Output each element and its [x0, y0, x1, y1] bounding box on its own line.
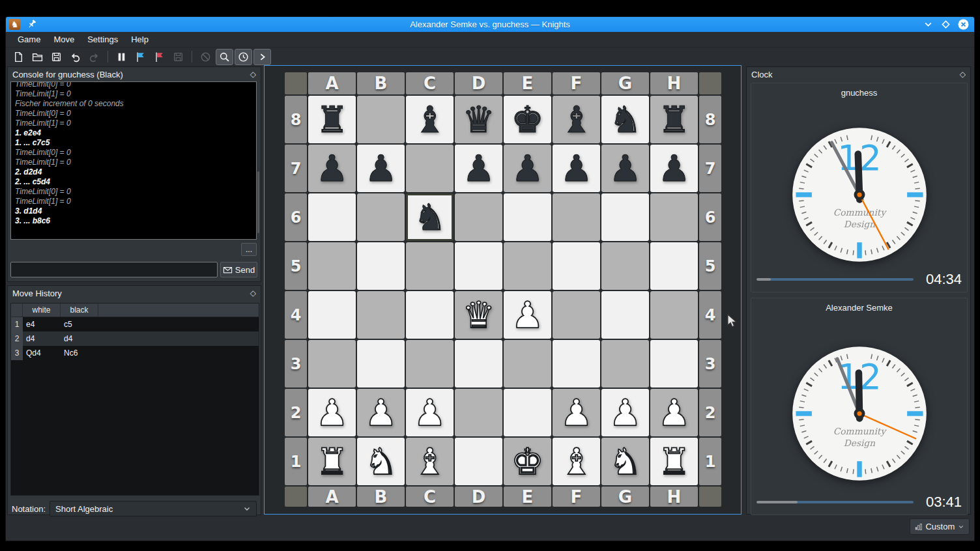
square-c7[interactable] — [406, 145, 454, 192]
square-e5[interactable] — [504, 242, 551, 290]
toolbar-button-redo[interactable] — [85, 49, 103, 65]
square-e1[interactable]: ♚ — [504, 438, 551, 485]
square-c6[interactable]: ♞ — [406, 193, 454, 241]
move-black[interactable]: c5 — [61, 317, 98, 332]
menu-item-help[interactable]: Help — [124, 32, 155, 47]
titlebar[interactable]: ♞ Alexander Semke vs. gnuchess — Knights — [6, 17, 974, 32]
toolbar-button-save[interactable] — [169, 49, 187, 65]
console-float-button[interactable]: ◇ — [250, 70, 256, 79]
square-b1[interactable]: ♞ — [357, 438, 405, 485]
square-g7[interactable]: ♟ — [601, 145, 649, 192]
toolbar-button-undo[interactable] — [66, 49, 84, 65]
square-h7[interactable]: ♟ — [650, 145, 698, 192]
toolbar-button-save[interactable] — [48, 49, 65, 65]
square-e7[interactable]: ♟ — [504, 145, 551, 192]
square-f7[interactable]: ♟ — [553, 145, 600, 192]
toolbar-button-ban[interactable] — [197, 49, 214, 65]
square-e2[interactable] — [504, 389, 551, 436]
square-e6[interactable] — [504, 193, 551, 241]
console-scrollbar[interactable] — [257, 171, 259, 233]
square-b2[interactable]: ♟ — [357, 389, 405, 436]
square-h2[interactable]: ♟ — [650, 389, 698, 436]
square-g2[interactable]: ♟ — [601, 389, 649, 436]
square-d8[interactable]: ♛ — [455, 96, 502, 143]
square-c1[interactable]: ♝ — [406, 438, 454, 485]
toolbar-button-folder-open[interactable] — [29, 49, 46, 65]
square-e3[interactable] — [504, 340, 551, 388]
square-a5[interactable] — [308, 242, 356, 290]
toolbar-button-magnifier[interactable] — [216, 49, 233, 65]
column-header-white[interactable]: white — [23, 304, 61, 317]
move-row[interactable]: 3Qd4Nc6 — [11, 346, 259, 360]
square-h6[interactable] — [650, 193, 698, 241]
square-b4[interactable] — [357, 291, 405, 339]
square-b8[interactable] — [357, 96, 405, 143]
square-g3[interactable] — [601, 340, 649, 388]
difficulty-select[interactable]: Custom — [910, 518, 970, 535]
toolbar-button-document-new[interactable] — [10, 49, 27, 65]
square-b3[interactable] — [357, 340, 405, 388]
square-c3[interactable] — [406, 340, 454, 388]
square-e4[interactable]: ♟ — [504, 291, 551, 339]
toolbar-button-pause[interactable] — [113, 49, 130, 65]
toolbar-button-chevron-right[interactable] — [253, 49, 271, 65]
minimize-button[interactable] — [923, 19, 934, 30]
square-h4[interactable] — [650, 291, 698, 339]
square-b6[interactable] — [357, 193, 405, 241]
move-black[interactable]: Nc6 — [61, 346, 98, 360]
square-e8[interactable]: ♚ — [504, 96, 551, 143]
square-a3[interactable] — [308, 340, 356, 388]
square-d7[interactable]: ♟ — [455, 145, 502, 192]
square-g6[interactable] — [601, 193, 649, 241]
console-command-input[interactable] — [10, 262, 218, 277]
square-h5[interactable] — [650, 242, 698, 290]
square-g5[interactable] — [601, 242, 649, 290]
move-row[interactable]: 1e4c5 — [11, 317, 259, 332]
square-b5[interactable] — [357, 242, 405, 290]
square-a2[interactable]: ♟ — [308, 389, 356, 436]
square-c5[interactable] — [406, 242, 454, 290]
square-f2[interactable]: ♟ — [553, 389, 600, 436]
notation-select[interactable]: Short Algebraic — [50, 501, 257, 516]
send-button[interactable]: Send — [220, 262, 257, 277]
square-c4[interactable] — [406, 291, 454, 339]
square-f6[interactable] — [553, 193, 600, 241]
square-g1[interactable]: ♞ — [601, 438, 649, 485]
square-d4[interactable]: ♛ — [455, 291, 502, 339]
square-f8[interactable]: ♝ — [553, 96, 600, 143]
close-button[interactable] — [958, 19, 969, 30]
square-a1[interactable]: ♜ — [308, 438, 356, 485]
square-a7[interactable]: ♟ — [308, 145, 356, 192]
square-g4[interactable] — [601, 291, 649, 339]
move-black[interactable]: d4 — [61, 332, 98, 346]
square-f3[interactable] — [553, 340, 600, 388]
square-a6[interactable] — [308, 193, 356, 241]
toolbar-button-flag-blue[interactable] — [132, 49, 149, 65]
square-d3[interactable] — [455, 340, 502, 388]
square-a8[interactable]: ♜ — [308, 96, 356, 143]
column-header-black[interactable]: black — [61, 304, 98, 317]
square-h3[interactable] — [650, 340, 698, 388]
square-h1[interactable]: ♜ — [650, 438, 698, 485]
clock-float-button[interactable]: ◇ — [960, 70, 966, 79]
move-row[interactable]: 2d4d4 — [11, 332, 259, 346]
maximize-button[interactable] — [940, 19, 951, 30]
move-white[interactable]: Qd4 — [23, 346, 61, 360]
app-icon[interactable]: ♞ — [9, 19, 20, 30]
console-output[interactable]: TimeLimit[0] = 0TimeLimit[1] = 0Fischer … — [10, 81, 257, 240]
menu-item-game[interactable]: Game — [11, 32, 47, 47]
square-d5[interactable] — [455, 242, 502, 290]
square-f1[interactable]: ♝ — [553, 438, 600, 485]
square-f4[interactable] — [553, 291, 600, 339]
square-b7[interactable]: ♟ — [357, 145, 405, 192]
square-c2[interactable]: ♟ — [406, 389, 454, 436]
menu-item-settings[interactable]: Settings — [81, 32, 124, 47]
toolbar-button-clock[interactable] — [235, 49, 252, 65]
move-white[interactable]: d4 — [23, 332, 61, 346]
square-c8[interactable]: ♝ — [406, 96, 454, 143]
move-history-float-button[interactable]: ◇ — [250, 289, 256, 298]
square-f5[interactable] — [553, 242, 600, 290]
square-a4[interactable] — [308, 291, 356, 339]
pin-icon[interactable] — [27, 19, 37, 29]
move-white[interactable]: e4 — [23, 317, 61, 332]
